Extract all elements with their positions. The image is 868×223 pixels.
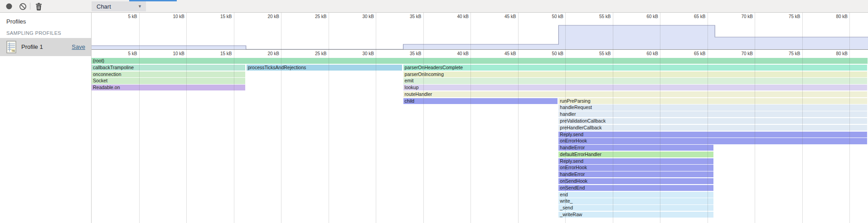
- tick-label: 70 kB: [727, 51, 753, 56]
- memory-overview[interactable]: [92, 21, 868, 49]
- flame-row: Readable.onlookup: [92, 85, 868, 91]
- flame-bar[interactable]: write_: [558, 198, 713, 204]
- profile-item[interactable]: % Profile 1 Save: [0, 38, 91, 56]
- tick-label: 45 kB: [490, 51, 516, 56]
- flame-bar[interactable]: onSendEnd: [558, 185, 713, 191]
- flame-bar[interactable]: lookup: [403, 85, 868, 90]
- flame-row: write_: [92, 198, 868, 204]
- tick-label: 20 kB: [253, 14, 279, 19]
- tick-label: 20 kB: [253, 51, 279, 56]
- flame-bar-label: end: [560, 192, 568, 197]
- flame-row: preHandlerCallback: [92, 125, 868, 131]
- tick-label: 25 kB: [301, 51, 327, 56]
- flame-bar[interactable]: processTicksAndRejections: [247, 65, 402, 71]
- flame-bar[interactable]: onErrorHook: [558, 165, 713, 171]
- flame-row: handleError: [92, 171, 868, 178]
- flame-bar-label: onSendEnd: [560, 185, 585, 190]
- flame-row: childrunPreParsing: [92, 98, 868, 104]
- flame-row: onSendEnd: [92, 185, 868, 191]
- record-button[interactable]: [4, 2, 15, 11]
- flame-bar-label: handler: [560, 111, 576, 117]
- tick-label: 80 kB: [821, 51, 848, 56]
- tick-label: 50 kB: [537, 51, 563, 56]
- tick-label: 80 kB: [821, 14, 848, 19]
- chart-type-select[interactable]: Chart ▼: [92, 1, 146, 11]
- tick-label: 40 kB: [442, 14, 469, 19]
- flame-bar[interactable]: handleError: [558, 171, 713, 177]
- tick-label: 55 kB: [585, 51, 611, 56]
- flame-chart: 5 kB10 kB15 kB20 kB25 kB30 kB35 kB40 kB4…: [92, 13, 868, 223]
- flame-bar-label: Socket: [93, 78, 107, 83]
- flame-bar-label: defaultErrorHandler: [560, 152, 601, 157]
- flame-bar[interactable]: Reply.send: [558, 132, 867, 138]
- flame-bar-label: handleRequest: [560, 104, 592, 110]
- tick-label: 75 kB: [774, 14, 800, 19]
- flame-bar[interactable]: onSendHook: [558, 178, 713, 184]
- flame-bar[interactable]: _writeRaw: [558, 212, 713, 218]
- toolbar-separator: [30, 3, 30, 9]
- flame-bar-label: onErrorHook: [560, 138, 587, 143]
- flame-bar[interactable]: parserOnHeadersComplete: [403, 65, 868, 71]
- profile-icon: %: [6, 41, 16, 53]
- flame-bar[interactable]: Readable.on: [92, 85, 245, 90]
- save-link[interactable]: Save: [72, 43, 85, 50]
- flame-bar-label: child: [405, 98, 415, 104]
- flame-bar[interactable]: routeHandler: [403, 91, 868, 97]
- flame-bar[interactable]: Socket: [92, 78, 245, 84]
- tick-label: 60 kB: [632, 14, 658, 19]
- flame-bar[interactable]: runPreParsing: [558, 98, 867, 104]
- tick-label: 30 kB: [348, 51, 374, 56]
- flame-bar-label: callbackTrampoline: [93, 65, 134, 70]
- sidebar: Profiles SAMPLING PROFILES % Profile 1 S…: [0, 13, 92, 223]
- tick-label: 35 kB: [395, 51, 422, 56]
- clear-button[interactable]: [17, 2, 28, 11]
- flame-bar[interactable]: onErrorHook: [558, 138, 867, 144]
- tick-label: 50 kB: [537, 14, 563, 19]
- app-root: Chart ▼ Profiles SAMPLING PROFILES % Pro…: [0, 0, 868, 223]
- flame-bar[interactable]: callbackTrampoline: [92, 65, 245, 71]
- flame-bar-label: onErrorHook: [560, 165, 587, 170]
- flame-bar[interactable]: defaultErrorHandler: [558, 152, 713, 157]
- flame-bar[interactable]: handleRequest: [558, 104, 867, 110]
- chart-type-select-value: Chart: [92, 3, 138, 10]
- flame-rows: (root)callbackTrampolineprocessTicksAndR…: [92, 58, 868, 223]
- tab-accent-line: [129, 0, 177, 1]
- flame-bar[interactable]: handleError: [558, 145, 713, 151]
- flame-bar[interactable]: emit: [403, 78, 868, 84]
- flame-bar-label: preValidationCallback: [560, 118, 606, 123]
- tick-label: 65 kB: [679, 51, 706, 56]
- flame-row: end: [92, 192, 868, 198]
- flame-bar[interactable]: preValidationCallback: [558, 118, 867, 124]
- trash-icon: [35, 3, 42, 10]
- tick-label: 70 kB: [727, 14, 753, 19]
- flame-bar-label: handleError: [560, 171, 585, 177]
- tick-label: 5 kB: [111, 51, 137, 56]
- ruler-top: 5 kB10 kB15 kB20 kB25 kB30 kB35 kB40 kB4…: [92, 13, 868, 21]
- tick-label: 65 kB: [679, 14, 706, 19]
- flame-bar[interactable]: preHandlerCallback: [558, 125, 867, 131]
- record-icon: [5, 3, 13, 10]
- flame-bar[interactable]: onconnection: [92, 71, 245, 77]
- flame-row: onErrorHook: [92, 138, 868, 144]
- flame-bar-label: lookup: [405, 85, 419, 90]
- flame-row: routeHandler: [92, 91, 868, 98]
- flame-bar[interactable]: _send: [558, 205, 713, 211]
- tick-label: 5 kB: [111, 14, 137, 19]
- flame-bar-label: write_: [560, 198, 572, 204]
- flame-bar[interactable]: (root): [92, 58, 868, 64]
- flame-row: handleError: [92, 145, 868, 151]
- flame-row: handleRequest: [92, 104, 868, 111]
- flame-bar-label: _writeRaw: [560, 212, 582, 217]
- flame-bar-label: onSendHook: [560, 178, 587, 184]
- flame-bar[interactable]: Reply.send: [558, 158, 713, 164]
- flame-bar-label: Readable.on: [93, 85, 120, 90]
- flame-row: onSendHook: [92, 178, 868, 185]
- flame-bar[interactable]: parserOnIncoming: [403, 71, 868, 77]
- flame-bar[interactable]: child: [403, 98, 558, 104]
- delete-button[interactable]: [33, 2, 44, 11]
- flame-bar[interactable]: handler: [558, 111, 867, 117]
- flame-row: _writeRaw: [92, 212, 868, 218]
- flame-bar[interactable]: end: [558, 192, 713, 198]
- flame-row: onErrorHook: [92, 165, 868, 171]
- flame-bar-label: onconnection: [93, 71, 121, 77]
